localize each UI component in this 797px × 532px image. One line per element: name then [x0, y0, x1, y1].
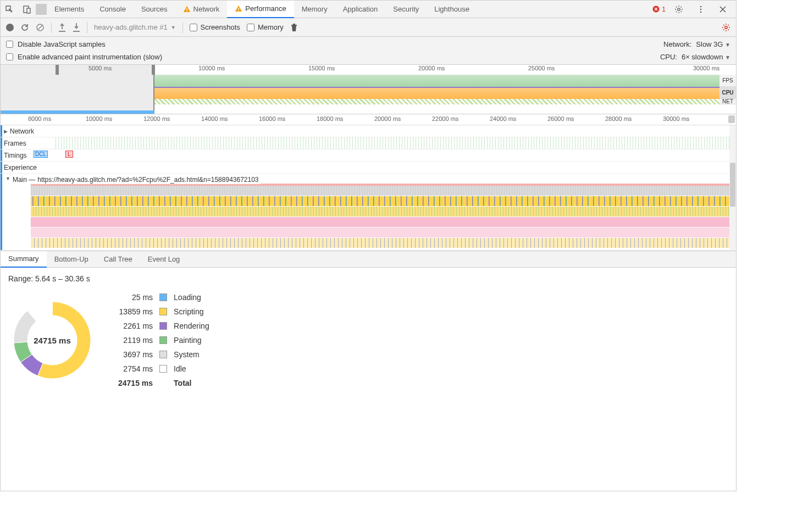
- cpu-band: [154, 87, 719, 99]
- overview-selection[interactable]: [1, 65, 154, 114]
- details-tab-call-tree[interactable]: Call Tree: [96, 251, 140, 268]
- fps-label: FPS: [719, 75, 736, 87]
- legend-ms: 3697 ms: [118, 350, 153, 359]
- donut-center-label: 24715 ms: [8, 296, 96, 384]
- performance-toolbar: heavy-ads.glitch.me #1 ▼ Screenshots Mem…: [1, 18, 736, 37]
- range-label: Range: 5.64 s – 30.36 s: [8, 274, 728, 283]
- tab-lighthouse[interactable]: Lighthouse: [427, 1, 477, 18]
- svg-rect-5: [239, 10, 239, 11]
- overview-bands: [154, 75, 719, 114]
- legend-name: Scripting: [174, 307, 209, 316]
- legend-name: Idle: [174, 364, 209, 373]
- svg-point-12: [725, 26, 727, 28]
- legend-swatch: [159, 336, 167, 344]
- save-profile-button[interactable]: [73, 23, 80, 32]
- network-throttle-select[interactable]: Slow 3G ▼: [696, 40, 730, 48]
- tab-application[interactable]: Application: [335, 1, 386, 18]
- screenshots-checkbox[interactable]: Screenshots: [190, 23, 240, 31]
- more-menu-icon[interactable]: [692, 1, 710, 18]
- selection-handle-right[interactable]: [152, 65, 155, 75]
- details-tabbar: SummaryBottom-UpCall TreeEvent Log: [1, 251, 736, 268]
- network-track[interactable]: ▶Network: [1, 125, 736, 137]
- svg-rect-2: [186, 8, 187, 10]
- timeline-tracks: ▶Network Frames Timings DCL L Experience…: [1, 125, 736, 251]
- ruler-tick: 24000 ms: [490, 115, 516, 122]
- svg-point-7: [678, 8, 680, 10]
- summary-legend: 25 msLoading13859 msScripting2261 msRend…: [118, 293, 209, 387]
- fps-band: [154, 75, 719, 87]
- flame-chart[interactable]: [31, 186, 729, 248]
- selection-handle-left[interactable]: [56, 65, 59, 75]
- tracks-vertical-scrollbar[interactable]: [729, 125, 736, 251]
- tab-memory[interactable]: Memory: [294, 1, 335, 18]
- ruler-tick: 10000 ms: [86, 115, 112, 122]
- tab-elements[interactable]: Elements: [47, 1, 92, 18]
- cpu-label: CPU: [719, 87, 736, 99]
- cpu-throttle-label: CPU:: [660, 53, 677, 61]
- overview-tick: 20000 ms: [418, 65, 445, 71]
- disable-js-samples-checkbox[interactable]: Disable JavaScript samples: [6, 40, 106, 48]
- summary-donut-chart: 24715 ms: [8, 296, 96, 384]
- main-thread-track[interactable]: ▼Main — https://heavy-ads.glitch.me/?ad=…: [1, 174, 736, 251]
- tab-network[interactable]: Network: [175, 1, 228, 18]
- inspect-icon[interactable]: [1, 1, 18, 18]
- error-count: 1: [662, 5, 666, 13]
- record-button[interactable]: [6, 24, 14, 31]
- vertical-scroll-thumb[interactable]: [730, 163, 735, 207]
- details-tab-summary[interactable]: Summary: [1, 251, 47, 268]
- error-badge[interactable]: 1: [652, 5, 666, 13]
- reload-button[interactable]: [20, 23, 29, 32]
- dcl-marker[interactable]: DCL: [34, 151, 48, 158]
- overview-heap-bar: [1, 110, 154, 114]
- tab-sources[interactable]: Sources: [134, 1, 175, 18]
- ruler-tick: 12000 ms: [143, 115, 170, 122]
- net-label: NET: [719, 99, 736, 104]
- capture-settings-gear-icon[interactable]: [722, 23, 730, 32]
- cpu-throttle-select[interactable]: 6× slowdown ▼: [682, 53, 730, 61]
- ruler-tick: 20000 ms: [374, 115, 401, 122]
- svg-rect-4: [239, 8, 239, 10]
- legend-ms: 13859 ms: [118, 307, 153, 316]
- svg-point-10: [700, 11, 702, 13]
- load-profile-button[interactable]: [58, 23, 66, 32]
- network-throttle-label: Network:: [663, 40, 691, 48]
- legend-ms: 25 ms: [118, 293, 153, 302]
- frames-track[interactable]: Frames: [1, 137, 736, 149]
- recording-selector[interactable]: heavy-ads.glitch.me #1 ▼: [94, 23, 176, 31]
- ruler-tick: 16000 ms: [259, 115, 285, 122]
- legend-swatch: [159, 293, 167, 301]
- tab-security[interactable]: Security: [385, 1, 427, 18]
- ruler-tick: 18000 ms: [317, 115, 343, 122]
- tab-performance[interactable]: Performance: [227, 1, 294, 18]
- timings-track[interactable]: Timings DCL L: [1, 149, 736, 162]
- legend-swatch: [159, 308, 167, 315]
- overview-tick: 25000 ms: [528, 65, 555, 71]
- garbage-collect-button[interactable]: [290, 23, 298, 32]
- legend-name: Rendering: [174, 322, 209, 330]
- legend-swatch: [159, 322, 167, 330]
- clear-button[interactable]: [36, 23, 45, 32]
- tab-console[interactable]: Console: [92, 1, 134, 18]
- svg-point-9: [700, 8, 702, 10]
- summary-panel: Range: 5.64 s – 30.36 s 24715 ms 25 msLo…: [1, 268, 736, 394]
- close-devtools-icon[interactable]: [714, 1, 732, 18]
- device-toggle-icon[interactable]: [18, 1, 36, 18]
- load-marker[interactable]: L: [65, 151, 73, 158]
- legend-name: Loading: [174, 293, 209, 302]
- timeline-ruler[interactable]: 8000 ms10000 ms12000 ms14000 ms16000 ms1…: [1, 114, 736, 125]
- ruler-tick: 30000 ms: [663, 115, 689, 122]
- details-tab-event-log[interactable]: Event Log: [140, 251, 188, 268]
- enable-paint-checkbox[interactable]: Enable advanced paint instrumentation (s…: [6, 53, 162, 61]
- settings-gear-icon[interactable]: [670, 1, 688, 18]
- overview-tick: 5000 ms: [88, 65, 112, 71]
- horizontal-scroll-thumb[interactable]: [728, 115, 735, 123]
- legend-ms: 2261 ms: [118, 322, 153, 330]
- devtools-tabbar: ElementsConsoleSourcesNetworkPerformance…: [1, 1, 736, 18]
- memory-checkbox[interactable]: Memory: [247, 23, 284, 31]
- capture-settings-panel: Disable JavaScript samples Network: Slow…: [1, 37, 736, 65]
- ruler-tick: 14000 ms: [201, 115, 228, 122]
- timeline-overview[interactable]: 5000 ms10000 ms15000 ms20000 ms25000 ms3…: [1, 65, 736, 114]
- net-band: [154, 99, 719, 104]
- experience-track[interactable]: Experience: [1, 162, 736, 174]
- details-tab-bottom-up[interactable]: Bottom-Up: [47, 251, 96, 268]
